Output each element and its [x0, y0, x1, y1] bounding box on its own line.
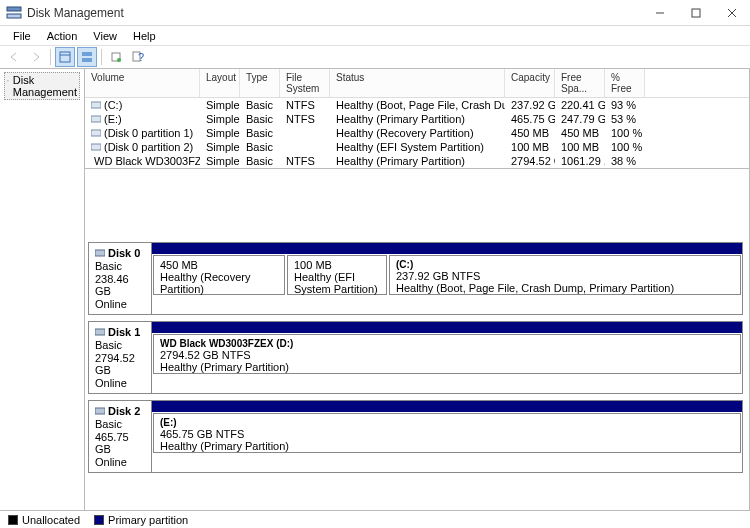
disk-title: Disk 1 [108, 326, 140, 338]
disk-block[interactable]: Disk 0Basic238.46 GBOnline450 MBHealthy … [88, 242, 743, 315]
col-percentfree[interactable]: % Free [605, 69, 645, 97]
volume-name: (Disk 0 partition 2) [104, 141, 193, 153]
disk-title: Disk 2 [108, 405, 140, 417]
svg-rect-16 [91, 102, 101, 108]
partition-block[interactable]: 450 MBHealthy (Recovery Partition) [153, 255, 285, 295]
disk-size: 238.46 GB [95, 273, 145, 297]
minimize-button[interactable] [642, 0, 678, 26]
partition-container: WD Black WD3003FZEX (D:)2794.52 GB NTFSH… [152, 333, 742, 375]
partition-title: WD Black WD3003FZEX (D:) [160, 338, 734, 349]
disk-stripe [152, 401, 742, 412]
svg-point-11 [117, 58, 121, 62]
volume-capacity: 237.92 GB [511, 99, 549, 111]
close-button[interactable] [714, 0, 750, 26]
volume-list-button[interactable] [55, 47, 75, 67]
partition-block[interactable]: 100 MBHealthy (EFI System Partition) [287, 255, 387, 295]
menu-file[interactable]: File [6, 28, 38, 44]
volume-name: (Disk 0 partition 1) [104, 127, 193, 139]
menu-help[interactable]: Help [126, 28, 163, 44]
disk-header[interactable]: Disk 0Basic238.46 GBOnline [89, 243, 152, 314]
volume-row[interactable]: WD Black WD3003FZEX (D:)SimpleBasicNTFSH… [85, 154, 749, 168]
volume-capacity: 100 MB [511, 141, 549, 153]
volume-free: 247.79 GB [561, 113, 599, 125]
volume-row[interactable]: (Disk 0 partition 1)SimpleBasicHealthy (… [85, 126, 749, 140]
partition-size: 2794.52 GB NTFS [160, 349, 734, 361]
graphical-view-button[interactable] [77, 47, 97, 67]
help-button[interactable]: ? [128, 47, 148, 67]
partition-status: Healthy (EFI System Partition) [294, 271, 380, 295]
disk-header[interactable]: Disk 1Basic2794.52 GBOnline [89, 322, 152, 393]
disk-stripe [152, 322, 742, 333]
main-pane: Disk Management Volume Layout Type File … [0, 69, 750, 510]
volume-pctfree: 100 % [611, 127, 642, 139]
col-filesystem[interactable]: File System [280, 69, 330, 97]
volume-free: 450 MB [561, 127, 599, 139]
svg-rect-1 [7, 14, 21, 18]
partition-container: (E:)465.75 GB NTFSHealthy (Primary Parti… [152, 412, 742, 454]
volume-free: 100 MB [561, 141, 599, 153]
col-status[interactable]: Status [330, 69, 505, 97]
disk-title: Disk 0 [108, 247, 140, 259]
svg-rect-18 [91, 130, 101, 136]
partition-block[interactable]: (C:)237.92 GB NTFSHealthy (Boot, Page Fi… [389, 255, 741, 295]
partition-block[interactable]: (E:)465.75 GB NTFSHealthy (Primary Parti… [153, 413, 741, 453]
volume-row[interactable]: (E:)SimpleBasicNTFSHealthy (Primary Part… [85, 112, 749, 126]
volume-layout: Simple [206, 155, 240, 167]
col-type[interactable]: Type [240, 69, 280, 97]
maximize-button[interactable] [678, 0, 714, 26]
disk-type: Basic [95, 339, 145, 351]
partition-block[interactable]: WD Black WD3003FZEX (D:)2794.52 GB NTFSH… [153, 334, 741, 374]
volume-type: Basic [246, 113, 273, 125]
disk-body: (E:)465.75 GB NTFSHealthy (Primary Parti… [152, 401, 742, 472]
volume-type: Basic [246, 141, 273, 153]
volume-name: (C:) [104, 99, 122, 111]
col-freespace[interactable]: Free Spa... [555, 69, 605, 97]
disk-block[interactable]: Disk 2Basic465.75 GBOnline(E:)465.75 GB … [88, 400, 743, 473]
partition-title: (E:) [160, 417, 734, 428]
spacer [85, 169, 749, 239]
menu-view[interactable]: View [86, 28, 124, 44]
partition-container: 450 MBHealthy (Recovery Partition)100 MB… [152, 254, 742, 296]
volume-pctfree: 38 % [611, 155, 636, 167]
volume-row[interactable]: (Disk 0 partition 2)SimpleBasicHealthy (… [85, 140, 749, 154]
app-icon [6, 5, 22, 21]
disk-stripe [152, 243, 742, 254]
volume-name: (E:) [104, 113, 122, 125]
graphical-view[interactable]: Disk 0Basic238.46 GBOnline450 MBHealthy … [85, 239, 749, 510]
disk-header[interactable]: Disk 2Basic465.75 GBOnline [89, 401, 152, 472]
volume-status: Healthy (EFI System Partition) [336, 141, 484, 153]
tree-root[interactable]: Disk Management [4, 72, 80, 100]
svg-rect-8 [82, 52, 92, 56]
volume-status: Healthy (Recovery Partition) [336, 127, 474, 139]
svg-rect-17 [91, 116, 101, 122]
menu-action[interactable]: Action [40, 28, 85, 44]
volume-type: Basic [246, 99, 273, 111]
back-button[interactable] [4, 47, 24, 67]
col-capacity[interactable]: Capacity [505, 69, 555, 97]
volume-fs: NTFS [286, 113, 315, 125]
legend-unallocated: Unallocated [8, 514, 80, 526]
tree-panel: Disk Management [0, 69, 85, 510]
partition-status: Healthy (Primary Partition) [160, 440, 734, 452]
forward-button[interactable] [26, 47, 46, 67]
volume-layout: Simple [206, 99, 240, 111]
disk-block[interactable]: Disk 1Basic2794.52 GBOnlineWD Black WD30… [88, 321, 743, 394]
volume-row[interactable]: (C:)SimpleBasicNTFSHealthy (Boot, Page F… [85, 98, 749, 112]
volume-icon [91, 142, 101, 152]
toolbar-separator [50, 49, 51, 65]
col-layout[interactable]: Layout [200, 69, 240, 97]
volume-layout: Simple [206, 113, 240, 125]
volume-list[interactable]: Volume Layout Type File System Status Ca… [85, 69, 749, 169]
col-volume[interactable]: Volume [85, 69, 200, 97]
partition-size: 237.92 GB NTFS [396, 270, 734, 282]
svg-rect-19 [91, 144, 101, 150]
volume-status: Healthy (Primary Partition) [336, 155, 465, 167]
legend: Unallocated Primary partition [0, 510, 750, 528]
svg-text:?: ? [138, 51, 144, 63]
volume-icon [91, 100, 101, 110]
svg-rect-6 [60, 52, 70, 62]
refresh-button[interactable] [106, 47, 126, 67]
volume-capacity: 465.75 GB [511, 113, 549, 125]
partition-status: Healthy (Recovery Partition) [160, 271, 278, 295]
disk-icon [95, 406, 105, 416]
